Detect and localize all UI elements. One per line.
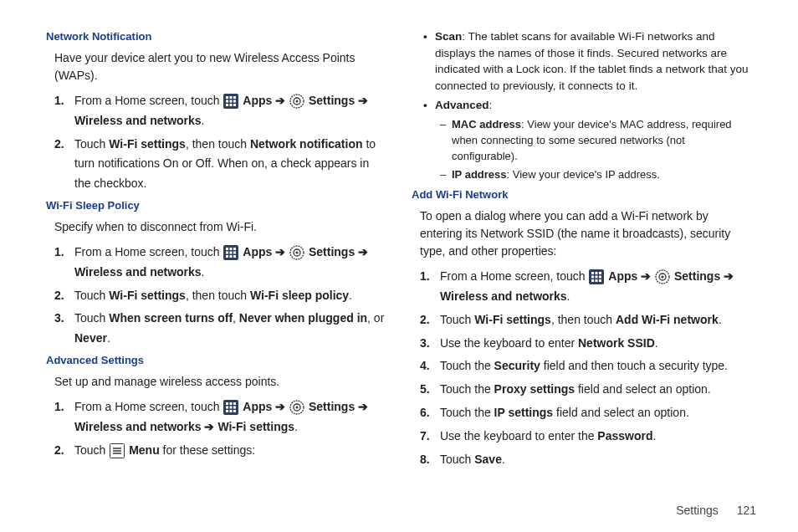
text: Touch xyxy=(440,453,474,466)
settings-icon xyxy=(289,94,304,109)
text: . xyxy=(107,331,110,345)
svg-rect-5 xyxy=(230,100,233,103)
text: , then touch xyxy=(551,313,616,326)
step-item: From a Home screen, touch Apps ➔ Setting… xyxy=(440,267,752,307)
text: Touch xyxy=(74,443,109,457)
arrow: ➔ xyxy=(724,269,734,283)
svg-rect-30 xyxy=(226,407,228,409)
text: . xyxy=(652,429,656,442)
text: Touch the xyxy=(440,359,494,372)
footer-section: Settings xyxy=(676,504,719,517)
svg-rect-46 xyxy=(599,272,601,274)
text: field and then touch a security type. xyxy=(540,359,728,372)
bold: Scan xyxy=(435,30,462,43)
steps-wifi-sleep: From a Home screen, touch Apps ➔ Setting… xyxy=(46,243,386,349)
arrow: ➔ xyxy=(275,94,289,107)
svg-rect-15 xyxy=(230,248,233,250)
svg-rect-34 xyxy=(230,410,233,412)
svg-rect-4 xyxy=(226,100,228,103)
text: , or xyxy=(367,311,384,325)
intro-text: Have your device alert you to new Wirele… xyxy=(54,49,386,84)
arrow: ➔ xyxy=(641,269,654,283)
manual-page: Network Notification Have your device al… xyxy=(0,0,798,532)
bold: IP address xyxy=(452,168,507,181)
steps-advanced: From a Home screen, touch Apps ➔ Setting… xyxy=(46,397,386,460)
bold: Password xyxy=(597,429,652,442)
step-item: Use the keyboard to enter Network SSID. xyxy=(440,334,752,354)
bold: Add Wi-Fi network xyxy=(616,313,719,326)
step-item: Touch When screen turns off, Never when … xyxy=(74,309,386,349)
footer-page-number: 121 xyxy=(737,504,756,517)
step-item: Touch Wi-Fi settings, then touch Network… xyxy=(74,135,386,194)
menu-label: Menu xyxy=(129,443,160,457)
heading-wifi-sleep: Wi-Fi Sleep Policy xyxy=(46,199,386,212)
menu-icon xyxy=(110,443,125,458)
svg-rect-17 xyxy=(226,252,228,254)
step-item: From a Home screen, touch Apps ➔ Setting… xyxy=(74,243,386,283)
settings-label: Settings xyxy=(309,245,355,258)
wnl-label: Wireless and networks xyxy=(74,420,202,433)
step-item: Touch Save. xyxy=(440,450,752,470)
wfs-label: Wi-Fi settings xyxy=(217,420,294,433)
bold: Network notification xyxy=(250,137,363,151)
bold: Save xyxy=(474,453,502,466)
svg-rect-22 xyxy=(233,255,236,258)
bold: Never xyxy=(74,331,107,345)
step-item: From a Home screen, touch Apps ➔ Setting… xyxy=(74,397,386,437)
wnl-label: Wireless and networks xyxy=(440,289,567,303)
arrow: ➔ xyxy=(358,400,368,413)
svg-rect-49 xyxy=(599,276,601,279)
svg-rect-16 xyxy=(233,248,236,250)
step-item: Touch the Security field and then touch … xyxy=(440,356,752,376)
period: . xyxy=(202,265,205,279)
period: . xyxy=(567,289,570,303)
svg-rect-20 xyxy=(226,255,228,258)
text: Use the keyboard to enter xyxy=(440,336,578,350)
step-item: Touch Wi-Fi settings, then touch Add Wi-… xyxy=(440,310,752,330)
bold: Security xyxy=(494,359,540,372)
bold: When screen turns off xyxy=(109,311,233,325)
intro-text: To open a dialog where you can add a Wi-… xyxy=(420,207,752,260)
svg-rect-51 xyxy=(596,279,598,282)
apps-label: Apps xyxy=(608,269,637,283)
text: : The tablet scans for available Wi-Fi n… xyxy=(435,30,748,92)
step-item: Touch Menu for these settings: xyxy=(74,441,386,461)
text: Touch xyxy=(74,137,109,151)
step-item: Touch the Proxy settings field and selec… xyxy=(440,380,752,400)
svg-rect-14 xyxy=(226,248,228,250)
settings-label: Settings xyxy=(674,269,720,283)
svg-rect-33 xyxy=(226,410,228,412)
apps-icon xyxy=(223,245,238,260)
text: for these settings: xyxy=(163,443,256,457)
advanced-bullets: Scan: The tablet scans for available Wi-… xyxy=(412,28,752,183)
bold: Wi-Fi settings xyxy=(109,289,186,302)
step-item: From a Home screen, touch Apps ➔ Setting… xyxy=(74,91,386,131)
apps-label: Apps xyxy=(243,400,272,413)
svg-rect-9 xyxy=(233,104,236,106)
wnl-label: Wireless and networks xyxy=(74,114,202,127)
text: Touch xyxy=(440,313,474,326)
text: Touch the xyxy=(440,406,494,419)
settings-label: Settings xyxy=(309,400,355,413)
svg-rect-28 xyxy=(230,402,233,405)
svg-rect-35 xyxy=(233,410,236,412)
bold: Wi-Fi settings xyxy=(474,313,551,326)
svg-point-55 xyxy=(662,276,664,279)
text: From a Home screen, touch xyxy=(74,94,223,107)
right-column: Scan: The tablet scans for available Wi-… xyxy=(399,25,765,515)
intro-text: Set up and manage wireless access points… xyxy=(54,373,386,391)
svg-rect-6 xyxy=(233,100,236,103)
step-item: Touch the IP settings field and select a… xyxy=(440,403,752,423)
svg-rect-2 xyxy=(230,96,233,99)
svg-rect-52 xyxy=(599,279,601,282)
svg-rect-32 xyxy=(233,407,236,409)
svg-point-12 xyxy=(296,100,299,103)
apps-icon xyxy=(589,269,604,284)
text: : xyxy=(489,99,493,111)
svg-rect-21 xyxy=(230,255,233,258)
arrow: ➔ xyxy=(358,245,368,258)
text: . xyxy=(719,313,722,326)
apps-label: Apps xyxy=(243,94,272,107)
arrow: ➔ xyxy=(358,94,368,107)
svg-rect-27 xyxy=(226,402,228,405)
